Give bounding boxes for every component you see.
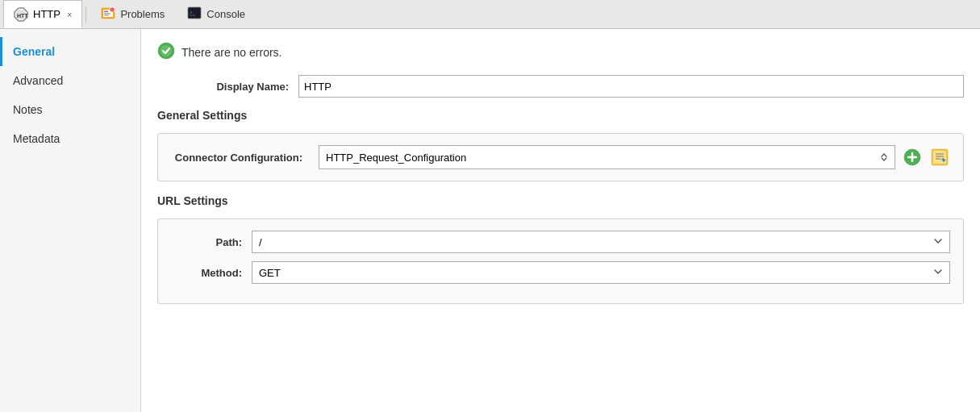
svg-text:HTTP: HTTP xyxy=(17,13,28,19)
tab-console-label: Console xyxy=(206,8,245,20)
edit-connector-button[interactable] xyxy=(929,147,950,168)
tab-http[interactable]: HTTP HTTP × xyxy=(3,0,82,28)
connector-config-arrow xyxy=(880,152,888,162)
svg-text:!: ! xyxy=(112,8,113,12)
display-name-input[interactable] xyxy=(298,75,964,98)
url-settings-header: URL Settings xyxy=(157,194,964,210)
method-value: GET xyxy=(259,267,281,279)
tab-separator xyxy=(85,6,86,23)
http-icon: HTTP xyxy=(14,7,28,22)
svg-rect-20 xyxy=(933,151,946,164)
general-settings-panel: Connector Configuration: HTTP_Request_Co… xyxy=(157,133,964,181)
path-label: Path: xyxy=(171,236,252,248)
url-settings-panel: Path: / Method: GET xyxy=(157,218,964,304)
method-arrow xyxy=(933,268,943,277)
method-label: Method: xyxy=(171,267,252,279)
connector-config-row: Connector Configuration: HTTP_Request_Co… xyxy=(171,145,950,169)
sidebar: General Advanced Notes Metadata xyxy=(0,29,141,412)
sidebar-item-advanced[interactable]: Advanced xyxy=(0,66,140,95)
content-area: There are no errors. Display Name: Gener… xyxy=(141,29,980,412)
tab-console[interactable]: >_ Console xyxy=(176,0,256,28)
svg-rect-5 xyxy=(104,11,108,13)
problems-icon: ! xyxy=(101,6,115,23)
sidebar-item-general[interactable]: General xyxy=(0,37,140,66)
method-select[interactable]: GET xyxy=(252,261,950,284)
connector-config-value: HTTP_Request_Configuration xyxy=(326,152,466,164)
svg-rect-7 xyxy=(104,15,109,16)
path-row: Path: / xyxy=(171,231,950,253)
tab-problems-label: Problems xyxy=(120,8,165,20)
main-layout: General Advanced Notes Metadata There ar… xyxy=(0,29,980,412)
status-bar: There are no errors. xyxy=(157,42,964,62)
display-name-label: Display Name: xyxy=(157,81,298,93)
tab-http-label: HTTP xyxy=(33,8,60,20)
path-select[interactable]: / xyxy=(252,231,950,253)
tab-http-close[interactable]: × xyxy=(67,10,72,19)
tab-bar: HTTP HTTP × ! Problems >_ xyxy=(0,0,980,29)
status-icon xyxy=(157,42,175,62)
display-name-row: Display Name: xyxy=(157,75,964,98)
svg-text:>_: >_ xyxy=(190,10,196,15)
general-settings-header: General Settings xyxy=(157,109,964,125)
status-message: There are no errors. xyxy=(181,46,282,59)
path-value: / xyxy=(259,236,262,248)
sidebar-item-notes[interactable]: Notes xyxy=(0,95,140,124)
svg-rect-6 xyxy=(104,13,111,15)
sidebar-item-metadata[interactable]: Metadata xyxy=(0,124,140,153)
method-row: Method: GET xyxy=(171,261,950,284)
connector-config-select[interactable]: HTTP_Request_Configuration xyxy=(319,145,895,169)
console-icon: >_ xyxy=(187,6,202,23)
connector-config-label: Connector Configuration: xyxy=(171,152,312,164)
tab-problems[interactable]: ! Problems xyxy=(90,0,176,28)
svg-rect-13 xyxy=(190,15,195,16)
path-arrow xyxy=(933,237,943,247)
add-connector-button[interactable] xyxy=(902,147,923,168)
